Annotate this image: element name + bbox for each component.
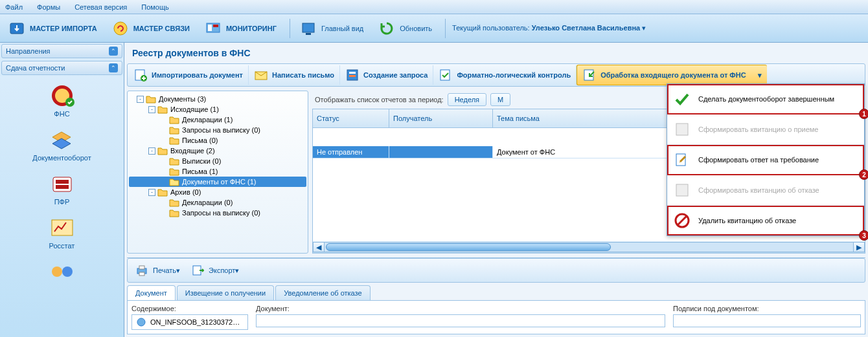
export-icon [190, 263, 205, 277]
svg-rect-4 [213, 25, 218, 27]
svg-rect-12 [56, 185, 69, 189]
export-button[interactable]: Экспорт ▾ [185, 261, 244, 280]
tree-node-label: Документы (3) [159, 95, 206, 103]
col-status[interactable]: Статус [313, 109, 389, 127]
folder-icon [169, 198, 179, 207]
tree-node[interactable]: -Документы (3) [129, 94, 306, 104]
svg-rect-11 [56, 180, 69, 184]
svg-rect-22 [440, 70, 450, 80]
chevron-down-icon: ▾ [758, 71, 762, 80]
sidebar-item-fns[interactable]: ФНС [48, 83, 76, 118]
horizontal-scrollbar[interactable]: ◀ ▶ [313, 241, 865, 253]
chevron-down-icon[interactable]: ▾ [642, 24, 646, 32]
request-icon [345, 68, 360, 82]
content-file-field[interactable]: ON_INFSOOB_312303729351 [131, 314, 248, 330]
tree-node[interactable]: Декларации (0) [129, 197, 306, 208]
sidebar-item-rosstat[interactable]: Росстат [48, 215, 76, 250]
scroll-right-icon[interactable]: ▶ [853, 242, 865, 252]
svg-point-14 [52, 266, 62, 277]
content-label: Содержимое: [131, 305, 248, 312]
expand-icon[interactable]: - [148, 106, 155, 113]
menu-file[interactable]: Файл [5, 3, 23, 11]
refresh-button[interactable]: Обновить [372, 18, 437, 39]
signatures-label: Подписи под документом: [673, 305, 861, 312]
current-user-label: Текущий пользователь: Улезько Светлана В… [452, 24, 646, 32]
folder-icon [169, 177, 179, 186]
import-document-button[interactable]: Импортировать документ [128, 65, 249, 85]
monitoring-button[interactable]: МОНИТОРИНГ [199, 18, 282, 39]
col-recipient[interactable]: Получатель [389, 109, 493, 127]
directions-panel-header[interactable]: Направления ⌃ [1, 44, 122, 58]
response-icon [674, 151, 691, 168]
period-month-button[interactable]: М [490, 93, 510, 106]
tab-rejection[interactable]: Уведомление об отказе [275, 285, 370, 300]
dropdown-item-response[interactable]: Сформировать ответ на требование 2 [667, 145, 864, 175]
main-view-button[interactable]: Главный вид [294, 18, 369, 39]
tab-notice[interactable]: Извещение о получении [177, 285, 274, 300]
tree-node-label: Документы от ФНС (1) [182, 178, 256, 186]
print-button[interactable]: Печать ▾ [130, 261, 185, 280]
tree-node[interactable]: Запросы на выписку (0) [129, 208, 306, 218]
svg-rect-24 [676, 124, 688, 135]
checkmark-icon [674, 91, 691, 107]
incoming-processing-button[interactable]: Обработка входящего документа от ФНС ▾ [577, 65, 767, 85]
svg-rect-6 [306, 33, 311, 35]
scroll-thumb[interactable] [326, 243, 611, 251]
sidebar-item-pfr[interactable]: ПФР [48, 171, 76, 206]
svg-rect-21 [349, 75, 356, 77]
docflow-icon [47, 127, 76, 153]
tree-node-label: Декларации (1) [182, 116, 233, 124]
expand-icon[interactable]: - [137, 96, 144, 103]
pfr-icon [48, 171, 76, 197]
tree-node[interactable]: Документы от ФНС (1) [129, 177, 306, 187]
menu-network[interactable]: Сетевая версия [74, 3, 127, 11]
expand-icon[interactable]: - [148, 147, 155, 155]
signatures-field[interactable] [673, 314, 861, 327]
link-master-button[interactable]: МАСТЕР СВЯЗИ [106, 18, 195, 39]
tree-node[interactable]: Письма (1) [129, 166, 306, 177]
tree-node[interactable]: Выписки (0) [129, 156, 306, 166]
tree-node[interactable]: -Исходящие (1) [129, 104, 306, 114]
tree-node[interactable]: -Входящие (2) [129, 146, 306, 156]
import-master-button[interactable]: МАСТЕР ИМПОРТА [3, 18, 102, 39]
dropdown-item-complete[interactable]: Сделать документооборот завершенным 1 [667, 84, 864, 114]
chevron-up-icon[interactable]: ⌃ [109, 63, 118, 72]
sidebar-item-label: Росстат [49, 242, 75, 250]
create-request-button[interactable]: Создание запроса [340, 65, 433, 85]
tree-node-label: Выписки (0) [182, 157, 221, 165]
folder-icon [146, 94, 156, 103]
tab-document[interactable]: Документ [127, 285, 176, 300]
folder-icon [169, 115, 179, 124]
dropdown-item-delete-reject[interactable]: Удалить квитанцию об отказе 3 [667, 206, 864, 235]
link-icon [111, 19, 130, 38]
reporting-panel-header[interactable]: Сдача отчетности ⌃ [1, 61, 122, 75]
tree-node[interactable]: -Архив (0) [129, 187, 306, 197]
registry-action-bar: Импортировать документ Написать письмо С… [127, 63, 865, 87]
sidebar-item-label: ФНС [54, 110, 69, 118]
content-area: Реестр документов в ФНС Импортировать до… [124, 43, 868, 337]
scroll-left-icon[interactable]: ◀ [313, 242, 325, 252]
folder-icon [157, 105, 168, 114]
menu-forms[interactable]: Формы [37, 3, 60, 11]
expand-icon[interactable]: - [148, 189, 155, 196]
chevron-down-icon: ▾ [235, 266, 239, 275]
tree-node[interactable]: Декларации (1) [129, 114, 306, 125]
tree-node[interactable]: Запросы на выписку (0) [129, 125, 306, 135]
svg-point-1 [114, 22, 127, 35]
period-label: Отображать список отчетов за период: [315, 96, 444, 103]
sidebar-item-docflow[interactable]: Документооборот [32, 127, 91, 162]
chevron-up-icon[interactable]: ⌃ [109, 47, 118, 56]
document-tree[interactable]: -Документы (3)-Исходящие (1)Декларации (… [127, 91, 308, 254]
period-week-button[interactable]: Неделя [448, 93, 486, 106]
registry-title: Реестр документов в ФНС [127, 45, 865, 63]
flc-button[interactable]: Форматно-логический контроль [433, 65, 577, 85]
document-field[interactable] [256, 314, 665, 327]
sidebar-item-more[interactable] [48, 259, 76, 286]
sidebar-item-label: ПФР [54, 198, 70, 206]
menu-help[interactable]: Помощь [141, 3, 169, 11]
screen-icon [299, 19, 317, 38]
delete-icon [674, 212, 691, 229]
tree-node[interactable]: Письма (0) [129, 135, 306, 146]
tree-node-label: Декларации (0) [182, 199, 233, 206]
write-letter-button[interactable]: Написать письмо [249, 65, 340, 85]
